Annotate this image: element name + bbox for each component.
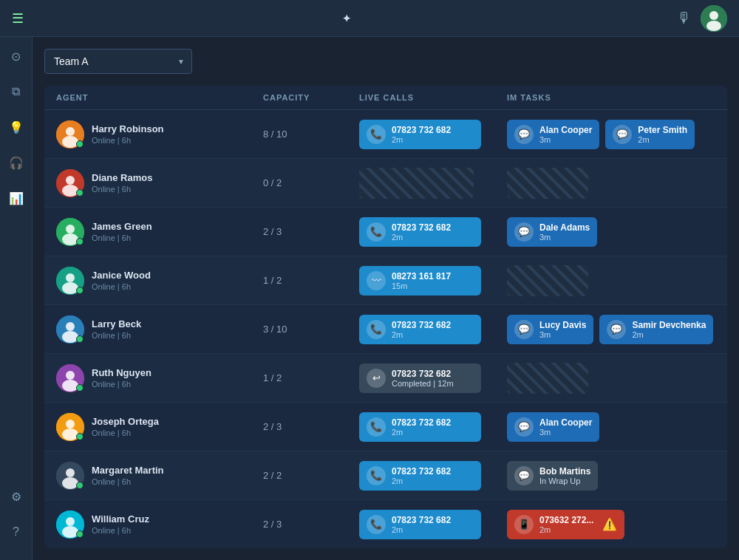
call-icon: 📞 <box>367 515 386 534</box>
call-card[interactable]: 📞 07823 732 682 2m <box>359 412 481 442</box>
topbar: ☰ ✦ 🎙 <box>0 0 739 37</box>
live-calls-cell: 📞 07823 732 682 2m <box>359 412 507 442</box>
agent-status: Online | 6h <box>92 380 151 389</box>
im-card[interactable]: 💬 Lucy Davis 3m <box>507 315 593 344</box>
im-card[interactable]: 💬 Peter Smith 2m <box>605 120 695 149</box>
call-icon: 〰 <box>367 271 386 290</box>
live-calls-cell: 📞 07823 732 682 2m <box>359 461 507 491</box>
call-duration: 2m <box>392 525 451 534</box>
status-dot <box>76 287 84 294</box>
agent-status: Online | 6h <box>92 477 164 486</box>
call-info: 07823 732 682 2m <box>392 222 451 242</box>
sidebar-icon-layers[interactable]: ⧉ <box>6 81 27 102</box>
live-calls-cell: 📞 07823 732 682 2m <box>359 120 507 149</box>
agent-info: Ruth Nguyen Online | 6h <box>92 367 151 389</box>
hamburger-icon[interactable]: ☰ <box>12 10 24 27</box>
im-card[interactable]: 💬 Alan Cooper 3m <box>507 120 599 149</box>
call-card[interactable]: 📞 07823 732 682 2m <box>359 120 481 149</box>
call-card[interactable]: ↩ 07823 732 682 Completed | 12m <box>359 363 481 393</box>
agent-name: Margaret Martin <box>92 465 164 476</box>
status-dot <box>76 189 84 197</box>
sidebar-icon-bulb[interactable]: 💡 <box>6 117 27 137</box>
im-name: 073632 272... <box>539 515 593 525</box>
im-tasks-cell: 📱 073632 272... 2m ⚠️ <box>507 510 715 539</box>
call-card[interactable]: 📞 07823 732 682 2m <box>359 217 481 247</box>
live-calls-cell: ↩ 07823 732 682 Completed | 12m <box>359 363 507 393</box>
table-row: Ruth Nguyen Online | 6h 1 / 2 ↩ 07823 73… <box>44 354 727 403</box>
svg-point-25 <box>66 468 75 477</box>
agent-info: James Green Online | 6h <box>92 221 152 242</box>
sidebar-icon-home[interactable]: ⊙ <box>6 46 27 66</box>
sidebar-icon-help[interactable]: ? <box>6 522 27 542</box>
user-avatar[interactable] <box>701 5 727 32</box>
empty-im-slot <box>507 363 588 394</box>
agent-cell: Harry Robinson Online | 6h <box>56 120 263 148</box>
sidebar-icon-chart[interactable]: 📊 <box>6 188 27 208</box>
call-duration: 2m <box>392 477 451 485</box>
im-card[interactable]: 📱 073632 272... 2m ⚠️ <box>507 510 624 539</box>
call-number: 07823 732 682 <box>392 125 451 135</box>
agent-avatar <box>56 511 84 539</box>
im-name: Samir Devchenka <box>632 320 706 330</box>
call-info: 07823 732 682 2m <box>392 125 451 144</box>
live-calls-cell: 〰 08273 161 817 15m <box>359 266 507 296</box>
im-card[interactable]: 💬 Alan Cooper 3m <box>507 412 599 442</box>
call-number: 08273 161 817 <box>392 271 451 281</box>
call-number: 07823 732 682 <box>392 466 451 477</box>
agent-avatar <box>56 218 84 246</box>
capacity-cell: 3 / 10 <box>263 324 359 335</box>
status-dot <box>76 530 84 538</box>
team-select[interactable]: Team A Team B Team C <box>44 49 192 74</box>
sidebar-icon-headset[interactable]: 🎧 <box>6 152 27 173</box>
status-dot <box>76 238 84 245</box>
call-card[interactable]: 📞 07823 732 682 2m <box>359 315 481 344</box>
svg-point-13 <box>66 273 75 282</box>
sidebar-bottom: ⚙ ? <box>6 486 27 551</box>
live-calls-cell <box>359 168 507 199</box>
im-tasks-cell <box>507 363 715 394</box>
capacity-cell: 2 / 3 <box>263 226 359 237</box>
call-card[interactable]: 📞 07823 732 682 2m <box>359 461 481 491</box>
im-card[interactable]: 💬 Samir Devchenka 2m <box>599 315 713 344</box>
call-duration: 2m <box>392 135 451 144</box>
im-icon: 💬 <box>514 320 534 339</box>
im-name: Alan Cooper <box>539 125 592 135</box>
agent-avatar <box>56 364 84 392</box>
agent-name: Janice Wood <box>92 270 151 281</box>
call-icon: 📞 <box>367 417 386 437</box>
im-duration: 2m <box>539 525 593 534</box>
im-icon: 💬 <box>514 466 534 485</box>
agent-info: Larry Beck Online | 6h <box>92 318 141 340</box>
call-info: 08273 161 817 15m <box>392 271 451 290</box>
status-dot <box>76 433 84 440</box>
agent-info: Diane Ramos Online | 6h <box>92 172 152 194</box>
call-number: 07823 732 682 <box>392 417 451 428</box>
agent-name: James Green <box>92 221 152 232</box>
call-icon: 📞 <box>367 222 386 242</box>
im-card[interactable]: 💬 Bob Martins In Wrap Up <box>507 461 598 491</box>
sidebar-icon-settings[interactable]: ⚙ <box>6 486 27 507</box>
call-info: 07823 732 682 2m <box>392 417 451 437</box>
live-calls-cell: 📞 07823 732 682 2m <box>359 510 507 539</box>
call-card[interactable]: 〰 08273 161 817 15m <box>359 266 481 296</box>
agent-status: Online | 6h <box>92 331 141 340</box>
topbar-center: ✦ <box>342 13 358 24</box>
agent-name: Larry Beck <box>92 318 141 329</box>
call-number: 07823 732 682 <box>392 222 451 233</box>
svg-point-10 <box>66 225 75 233</box>
team-selector-wrap: Team A Team B Team C <box>44 49 727 74</box>
status-dot <box>76 335 84 343</box>
empty-im-slot <box>507 265 588 296</box>
im-info: Peter Smith 2m <box>638 125 687 144</box>
capacity-cell: 1 / 2 <box>263 372 359 383</box>
call-card[interactable]: 📞 07823 732 682 2m <box>359 510 481 539</box>
mic-icon[interactable]: 🎙 <box>677 10 692 27</box>
agents-table: AGENT CAPACITY LIVE CALLS IM TASKS Harry… <box>44 86 727 548</box>
svg-point-7 <box>66 176 75 185</box>
agent-status: Online | 6h <box>92 233 152 242</box>
im-card[interactable]: 💬 Dale Adams 3m <box>507 217 597 247</box>
team-select-wrap[interactable]: Team A Team B Team C <box>44 49 192 74</box>
sidebar: ⊙ ⧉ 💡 🎧 📊 ⚙ ? <box>0 37 33 560</box>
agent-cell: William Cruz Online | 6h <box>56 511 263 539</box>
agent-cell: Margaret Martin Online | 6h <box>56 462 263 490</box>
